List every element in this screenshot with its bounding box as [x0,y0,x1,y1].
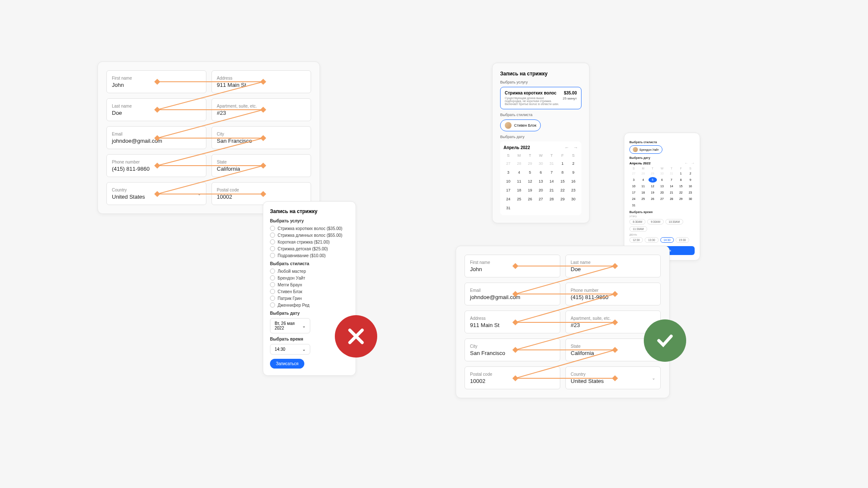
city-field[interactable]: City San Francisco [465,338,560,361]
calendar-day[interactable]: 31 [667,171,676,176]
address-field[interactable]: Address 911 Main St [211,70,312,93]
calendar-day[interactable]: 24 [629,196,638,202]
time-slot[interactable]: 14:30 [660,237,674,243]
calendar-day[interactable]: 19 [648,190,657,195]
calendar-day[interactable]: 27 [629,171,638,176]
calendar-day[interactable]: 8 [676,177,685,183]
service-radio[interactable]: Стрижка длинных волос ($55.00) [270,233,349,238]
first-name-field[interactable]: First name John [106,70,206,93]
calendar-day[interactable]: 14 [547,177,556,185]
calendar-day[interactable]: 14 [667,183,676,189]
calendar-day[interactable]: 18 [639,190,647,195]
calendar-day[interactable]: 29 [648,171,657,176]
time-slot[interactable]: 9:30AM [647,219,663,225]
calendar-day[interactable]: 2 [686,171,695,176]
calendar-day[interactable]: 23 [686,190,695,195]
apartment-field[interactable]: Apartment, suite, etc. #23 [211,98,312,121]
calendar-day[interactable]: 29 [525,160,535,167]
state-field[interactable]: State California [211,154,312,177]
calendar-day[interactable]: 17 [504,186,513,194]
stylist-radio[interactable]: Брендон Уайт [270,275,349,280]
calendar-day[interactable]: 10 [629,183,638,189]
calendar-day[interactable]: 25 [515,195,524,203]
country-field[interactable]: Country United States ⌄ [565,366,661,389]
calendar-day[interactable]: 6 [658,177,666,183]
calendar-day[interactable]: 27 [504,160,513,167]
calendar-day[interactable]: 16 [568,177,578,185]
stylist-radio[interactable]: Патрик Грин [270,296,349,301]
calendar-day[interactable]: 26 [648,196,657,202]
city-field[interactable]: City San Francisco [211,126,312,149]
calendar-day[interactable]: 10 [504,177,513,185]
calendar-day[interactable]: 7 [547,169,556,176]
calendar-day[interactable]: 22 [558,186,568,194]
calendar-day[interactable]: 30 [658,171,666,176]
calendar-day[interactable]: 18 [515,186,524,194]
country-field[interactable]: Country United States ⌄ [106,182,206,205]
calendar-day[interactable]: 31 [504,204,513,212]
calendar-day[interactable]: 31 [547,160,556,167]
calendar-day[interactable]: 30 [568,195,578,203]
calendar-next-icon[interactable]: → [691,161,695,165]
date-select[interactable]: Вт, 26 мая 2022 ⌄ [270,318,310,333]
calendar-day[interactable]: 24 [504,195,513,203]
calendar-day[interactable]: 13 [536,177,546,185]
stylist-radio[interactable]: Стивен Блэк [270,289,349,294]
calendar-day[interactable]: 3 [504,169,513,176]
time-slot[interactable]: 11:30AM [629,226,647,232]
calendar-day[interactable]: 31 [629,202,638,208]
time-slot[interactable]: 10:30AM [665,219,683,225]
postal-field[interactable]: Postal code 10002 [465,366,560,389]
last-name-field[interactable]: Last name Doe [106,98,206,121]
email-field[interactable]: Email johndoe@gmail.com [106,126,206,149]
service-radio[interactable]: Стрижка коротких волос ($35.00) [270,226,349,231]
address-field[interactable]: Address 911 Main St [465,311,560,333]
calendar-day[interactable]: 20 [658,190,666,195]
book-button[interactable]: Записаться [270,359,304,369]
calendar-day[interactable]: 4 [639,177,647,183]
calendar-day[interactable]: 6 [536,169,546,176]
calendar-day[interactable]: 9 [568,169,578,176]
calendar-day[interactable]: 22 [676,190,685,195]
phone-field[interactable]: Phone number (415) 811-9860 [106,154,206,177]
calendar-day[interactable]: 5 [525,169,535,176]
calendar-day[interactable]: 4 [515,169,524,176]
time-slot[interactable]: 15:30 [676,237,689,243]
calendar-day[interactable]: 30 [686,196,695,202]
calendar-day[interactable]: 28 [515,160,524,167]
calendar-day[interactable]: 8 [558,169,568,176]
calendar-day[interactable]: 1 [676,171,685,176]
time-select[interactable]: 14:30 ⌄ [270,344,310,355]
calendar-day[interactable]: 19 [525,186,535,194]
stylist-radio[interactable]: Дженнифер Ред [270,302,349,308]
calendar-day[interactable]: 17 [629,190,638,195]
calendar-day[interactable]: 27 [536,195,546,203]
calendar-day[interactable]: 9 [686,177,695,183]
calendar-day[interactable]: 29 [558,195,568,203]
calendar-day[interactable]: 11 [515,177,524,185]
calendar-day[interactable]: 21 [547,186,556,194]
calendar-day[interactable]: 26 [525,195,535,203]
calendar-day[interactable]: 29 [676,196,685,202]
stylist-pill[interactable]: Стивен Блэк [500,119,541,131]
tiny-stylist-pill[interactable]: Брендон Уайт [629,145,662,154]
calendar-day[interactable]: 28 [639,171,647,176]
time-slot[interactable]: 8:30AM [629,219,645,225]
calendar-day[interactable]: 21 [667,190,676,195]
calendar-day[interactable]: 1 [558,160,568,167]
service-radio[interactable]: Стрижка детская ($25.00) [270,246,349,251]
email-field[interactable]: Email johndoe@gmail.com [465,283,560,305]
calendar-day[interactable]: 28 [547,195,556,203]
calendar-prev-icon[interactable]: ← [684,161,688,165]
calendar-day[interactable]: 7 [667,177,676,183]
calendar-prev-icon[interactable]: ← [565,145,569,150]
calendar-day[interactable]: 12 [648,183,657,189]
calendar-day[interactable]: 27 [658,196,666,202]
calendar-day[interactable]: 13 [658,183,666,189]
stylist-radio[interactable]: Любой мастер [270,269,349,274]
calendar-day[interactable]: 5 [648,177,657,183]
calendar-day[interactable]: 16 [686,183,695,189]
service-card[interactable]: Стрижка коротких волос $35.00 Существующ… [500,87,581,109]
calendar-day[interactable]: 3 [629,177,638,183]
calendar-day[interactable]: 11 [639,183,647,189]
